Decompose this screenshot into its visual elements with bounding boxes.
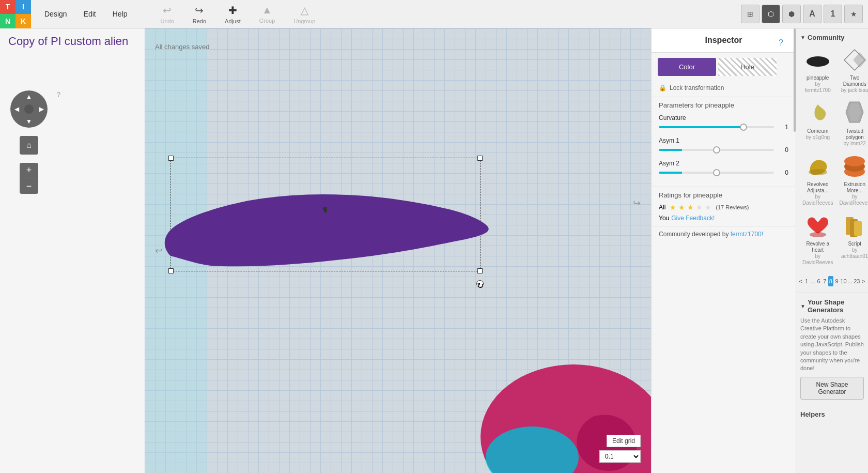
- arrow-center[interactable]: [24, 104, 34, 114]
- shape-thumb-heart: [804, 212, 831, 239]
- asym2-value: 0: [778, 169, 788, 176]
- page-9[interactable]: 9: [834, 276, 840, 286]
- toolbar: ↩ Undo ↪ Redo ✚ Adjust ▲ Group △ Ungroup: [157, 2, 320, 26]
- home-button[interactable]: ⌂: [20, 136, 38, 155]
- group-label: Group: [259, 18, 275, 24]
- shape-name-pineapple: pineapple: [807, 75, 829, 81]
- grid-size-select[interactable]: 0.1 0.5 1.0 2.0 5.0: [599, 450, 641, 463]
- curvature-label: Curvature: [659, 114, 788, 121]
- shape-item-two-diamonds[interactable]: Two Diamonds by jack tsau: [837, 44, 868, 96]
- undo-label: Undo: [161, 18, 174, 24]
- shape-item-heart[interactable]: Revolve a heart by DavidReeves: [800, 210, 835, 268]
- nav-design[interactable]: Design: [36, 6, 75, 22]
- shape-item-corneum[interactable]: Corneum by q1g0ng: [800, 98, 835, 149]
- shape-item-script[interactable]: Script by achtbaan01: [837, 210, 868, 268]
- shape-item-revolved[interactable]: Revolved Adjusta... by DavidReeves: [800, 151, 835, 208]
- page-6[interactable]: 6: [816, 276, 822, 286]
- page-next[interactable]: >: [861, 276, 866, 286]
- group-icon: ▲: [262, 4, 272, 16]
- helpers-label: Helpers: [800, 410, 825, 418]
- svg-marker-4: [853, 52, 866, 68]
- project-title[interactable]: Copy of PI custom alien: [0, 28, 145, 50]
- arrow-left[interactable]: ◀: [10, 103, 23, 115]
- handle-tr[interactable]: [477, 156, 483, 161]
- shape-item-twisted[interactable]: Twisted polygon by imm22: [837, 98, 868, 149]
- redo-button[interactable]: ↪ Redo: [189, 2, 210, 26]
- shape-item-pineapple[interactable]: pineapple by fermtz1700: [800, 44, 835, 96]
- main-canvas[interactable]: All changes saved ↻ ↩ ↪ Edit grid 0.1 0.…: [145, 28, 651, 473]
- group-button[interactable]: ▲ Group: [255, 2, 280, 26]
- undo-button[interactable]: ↩ Undo: [157, 2, 178, 26]
- view-1-icon[interactable]: 1: [824, 5, 842, 23]
- page-23[interactable]: 23: [854, 276, 860, 286]
- handle-tl[interactable]: [168, 156, 174, 161]
- shape-name-script: Script: [848, 241, 861, 247]
- shape-thumb-script: [841, 212, 868, 239]
- curvature-slider[interactable]: [659, 126, 774, 128]
- hole-button[interactable]: Hole: [718, 58, 777, 76]
- canvas-controls: ▲ ◀ ▶ ▼ ⌂ + −: [10, 90, 48, 194]
- your-generators-title: Your Shape Generators: [796, 293, 868, 317]
- page-dots-1: ...: [810, 276, 815, 286]
- purple-shape[interactable]: [160, 173, 491, 277]
- ungroup-icon: △: [301, 4, 308, 17]
- nav-menus: Design Edit Help: [36, 6, 136, 22]
- star-5[interactable]: ★: [705, 203, 711, 211]
- you-label: You: [659, 215, 669, 222]
- inspector-title: Inspector: [652, 28, 796, 53]
- page-8[interactable]: 8: [828, 276, 833, 286]
- view-star-icon[interactable]: ★: [844, 5, 863, 23]
- panel-scrollbar[interactable]: [794, 28, 796, 132]
- new-shape-button[interactable]: New Shape Generator: [800, 377, 864, 400]
- handle-rotate[interactable]: ↻: [476, 280, 484, 287]
- community-section-title: Community: [796, 28, 868, 44]
- view-3d-icon[interactable]: ⬡: [762, 5, 780, 23]
- feedback-link[interactable]: Give Feedback!: [671, 215, 715, 222]
- asym2-slider[interactable]: [659, 172, 774, 174]
- arrow-up[interactable]: ▲: [23, 90, 35, 103]
- view-flat-icon[interactable]: ⊞: [741, 5, 760, 23]
- svg-point-2: [807, 56, 829, 67]
- helpers-section: Helpers: [796, 405, 868, 423]
- page-7[interactable]: 7: [822, 276, 827, 286]
- help-icon-title[interactable]: ?: [57, 90, 60, 98]
- star-3[interactable]: ★: [687, 203, 694, 211]
- logo[interactable]: T I N K: [0, 0, 31, 28]
- page-1[interactable]: 1: [804, 276, 810, 286]
- star-1[interactable]: ★: [670, 203, 676, 211]
- nav-help[interactable]: Help: [104, 6, 136, 22]
- page-10[interactable]: 10: [840, 276, 846, 286]
- shape-container[interactable]: ↻: [171, 158, 481, 302]
- pagination: < 1 ... 6 7 8 9 10 ... 23 >: [796, 273, 868, 289]
- asym2-row: Asym 2 0: [659, 160, 788, 176]
- nav-edit[interactable]: Edit: [75, 6, 104, 22]
- ratings-section: Ratings for pineapple All ★ ★ ★ ★ ★ (17 …: [652, 187, 796, 226]
- page-dots-2: ...: [848, 276, 853, 286]
- zoom-in-button[interactable]: +: [20, 163, 38, 178]
- shape-author-pineapple: by fermtz1700: [802, 81, 833, 94]
- color-button[interactable]: Color: [658, 58, 716, 76]
- arrow-right[interactable]: ▶: [35, 103, 48, 115]
- view-a-icon[interactable]: A: [803, 5, 822, 23]
- edit-grid-button[interactable]: Edit grid: [607, 435, 641, 447]
- community-link[interactable]: fermtz1700!: [731, 231, 763, 238]
- asym1-slider[interactable]: [659, 149, 774, 151]
- ungroup-button[interactable]: △ Ungroup: [289, 2, 319, 26]
- star-4[interactable]: ★: [696, 203, 703, 211]
- help-icon-inspector[interactable]: ?: [779, 38, 783, 76]
- redo-icon: ↪: [195, 4, 204, 17]
- asym1-slider-row: 0: [659, 146, 788, 154]
- rotate-hint-left: ↩: [155, 245, 163, 256]
- shape-item-extrusion[interactable]: Extrusion More... by DavidReeves: [837, 151, 868, 208]
- params-section: Parameters for pineapple Curvature 1 Asy…: [652, 97, 796, 187]
- shape-name-extrusion: Extrusion More...: [839, 181, 868, 194]
- page-prev[interactable]: <: [798, 276, 803, 286]
- adjust-button[interactable]: ✚ Adjust: [221, 2, 245, 26]
- ungroup-label: Ungroup: [293, 18, 315, 24]
- adjust-icon: ✚: [228, 4, 237, 17]
- view-wire-icon[interactable]: ⬢: [782, 5, 801, 23]
- zoom-out-button[interactable]: −: [20, 178, 38, 194]
- arrow-down[interactable]: ▼: [23, 115, 35, 128]
- lock-icon: 🔒: [659, 84, 667, 91]
- star-2[interactable]: ★: [678, 203, 685, 211]
